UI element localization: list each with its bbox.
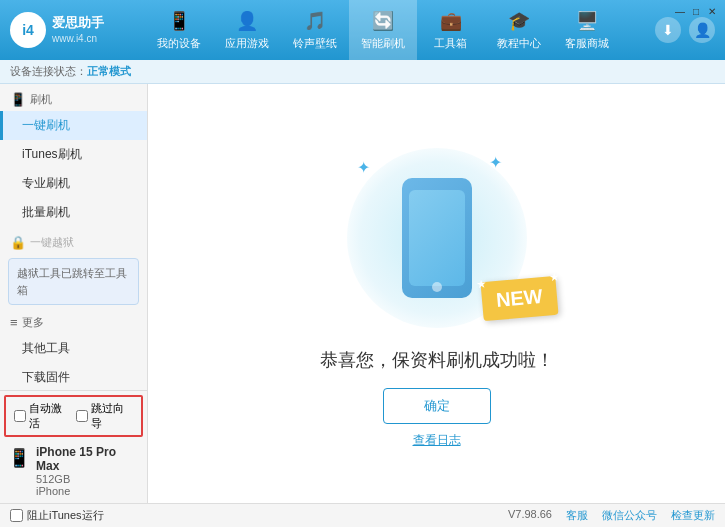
nav-icon-smart-flash: 🔄 [372,10,394,32]
phone-screen [409,190,465,286]
itunes-label: 阻止iTunes运行 [27,508,104,523]
nav-label-apps-games: 应用游戏 [225,36,269,51]
device-bottom-panel: 自动激活 跳过向导 📱 iPhone 15 Pro Max 512GB iPho… [0,390,148,503]
phone-illustration: NEW ✦ ✦ [337,138,537,338]
logo-icon: i4 [10,12,46,48]
section-icon-flash: 📱 [10,92,26,107]
success-message: 恭喜您，保资料刷机成功啦！ [320,348,554,372]
logo-area: i4 爱思助手 www.i4.cn [10,12,110,48]
nav-label-toolbox: 工具箱 [434,36,467,51]
logo-text: 爱思助手 www.i4.cn [52,15,104,45]
version-label: V7.98.66 [508,508,552,523]
sidebar-item-itunes-flash[interactable]: iTunes刷机 [0,140,147,169]
content-area: NEW ✦ ✦ 恭喜您，保资料刷机成功啦！ 确定 查看日志 [148,84,725,503]
footer-wechat[interactable]: 微信公众号 [602,508,657,523]
nav-label-tutorial: 教程中心 [497,36,541,51]
phone-home-button [432,282,442,292]
itunes-input[interactable] [10,509,23,522]
log-link[interactable]: 查看日志 [413,432,461,449]
footer-customer-service[interactable]: 客服 [566,508,588,523]
sidebar-section-header-more: ≡更多 [0,309,147,334]
nav-tab-tutorial[interactable]: 🎓教程中心 [485,0,553,60]
device-phone-icon: 📱 [8,447,30,469]
auto-activate-label: 自动激活 [29,401,72,431]
device-storage: 512GB [36,473,139,485]
lock-icon: 🔒 [10,235,26,250]
nav-icon-ringtones: 🎵 [304,10,326,32]
auto-activate-checkbox[interactable]: 自动激活 [14,401,72,431]
device-details: iPhone 15 Pro Max 512GB iPhone [36,445,139,497]
itunes-checkbox[interactable]: 阻止iTunes运行 [10,508,104,523]
device-type: iPhone [36,485,139,497]
sparkle-top-left: ✦ [357,158,370,177]
nav-tab-ringtones[interactable]: 🎵铃声壁纸 [281,0,349,60]
guided-activate-checkbox[interactable]: 跳过向导 [76,401,134,431]
nav-icon-tutorial: 🎓 [508,10,530,32]
sparkle-top-right: ✦ [489,153,502,172]
confirm-button[interactable]: 确定 [383,388,491,424]
user-button[interactable]: 👤 [689,17,715,43]
nav-icon-toolbox: 💼 [440,10,462,32]
status-label: 设备连接状态： [10,64,87,79]
nav-tab-my-device[interactable]: 📱我的设备 [145,0,213,60]
sidebar-notice-one-key-jailbreak: 越狱工具已跳转至工具箱 [8,258,139,305]
nav-icon-my-device: 📱 [168,10,190,32]
nav-icon-apps-games: 👤 [236,10,258,32]
status-bar: 设备连接状态： 正常模式 [0,60,725,84]
nav-tab-apps-games[interactable]: 👤应用游戏 [213,0,281,60]
sidebar-section-flash: 📱刷机一键刷机iTunes刷机专业刷机批量刷机 [0,86,147,227]
sidebar-section-header-flash: 📱刷机 [0,86,147,111]
phone-body [402,178,472,298]
sidebar-item-other-tools[interactable]: 其他工具 [0,334,147,363]
nav-label-ringtones: 铃声壁纸 [293,36,337,51]
nav-label-smart-flash: 智能刷机 [361,36,405,51]
nav-tab-service[interactable]: 🖥️客服商城 [553,0,621,60]
footer-right: V7.98.66 客服 微信公众号 检查更新 [508,508,715,523]
sidebar-item-one-key-flash[interactable]: 一键刷机 [0,111,147,140]
sidebar-item-download-firmware[interactable]: 下载固件 [0,363,147,392]
section-icon-more: ≡ [10,315,18,330]
footer-left: 阻止iTunes运行 [10,508,104,523]
minimize-button[interactable]: — [673,4,687,18]
nav-label-service: 客服商城 [565,36,609,51]
guided-activate-label: 跳过向导 [91,401,134,431]
sidebar-section-one-key-jailbreak: 🔒一键越狱越狱工具已跳转至工具箱 [0,229,147,305]
header: i4 爱思助手 www.i4.cn 📱我的设备👤应用游戏🎵铃声壁纸🔄智能刷机💼工… [0,0,725,60]
status-value: 正常模式 [87,64,131,79]
close-button[interactable]: ✕ [705,4,719,18]
guided-activate-input[interactable] [76,410,88,422]
download-button[interactable]: ⬇ [655,17,681,43]
device-name: iPhone 15 Pro Max [36,445,139,473]
nav-tabs: 📱我的设备👤应用游戏🎵铃声壁纸🔄智能刷机💼工具箱🎓教程中心🖥️客服商城 [110,0,655,60]
nav-label-my-device: 我的设备 [157,36,201,51]
nav-icon-service: 🖥️ [576,10,598,32]
device-info: 📱 iPhone 15 Pro Max 512GB iPhone [0,441,147,503]
sidebar-section-header-one-key-jailbreak: 🔒一键越狱 [0,229,147,254]
auto-activate-input[interactable] [14,410,26,422]
nav-tab-toolbox[interactable]: 💼工具箱 [417,0,485,60]
nav-tab-smart-flash[interactable]: 🔄智能刷机 [349,0,417,60]
header-right: ⬇ 👤 [655,17,715,43]
footer: 阻止iTunes运行 V7.98.66 客服 微信公众号 检查更新 [0,503,725,527]
auto-activate-row: 自动激活 跳过向导 [4,395,143,437]
maximize-button[interactable]: □ [689,4,703,18]
footer-check-update[interactable]: 检查更新 [671,508,715,523]
sidebar-item-batch-flash[interactable]: 批量刷机 [0,198,147,227]
new-badge: NEW [480,276,558,321]
sidebar-item-pro-flash[interactable]: 专业刷机 [0,169,147,198]
